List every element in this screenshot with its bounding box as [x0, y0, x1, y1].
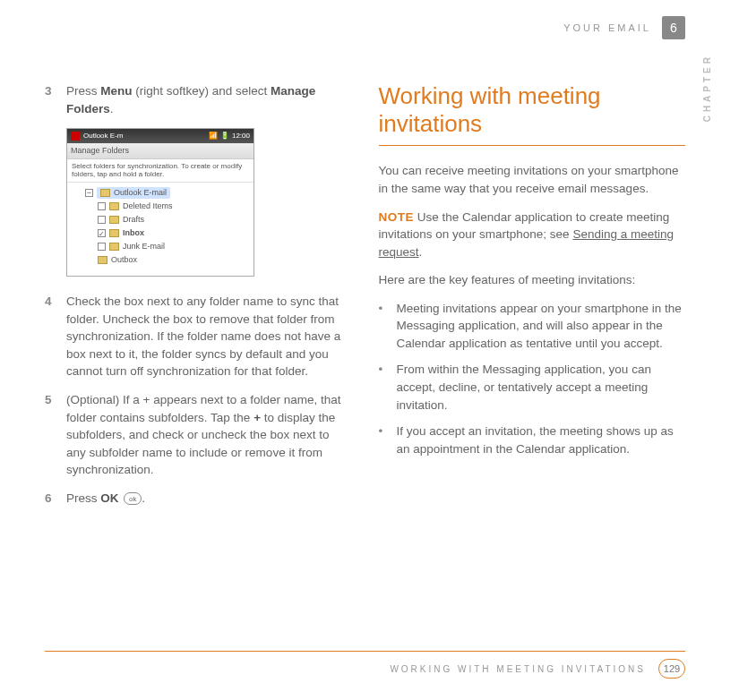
paragraph: Here are the key features of meeting inv…	[379, 271, 686, 289]
list-item-text: If you accept an invitation, the meeting…	[397, 423, 686, 457]
text: .	[110, 102, 114, 115]
text: .	[142, 491, 145, 505]
ss-hint: Select folders for synchronization. To c…	[67, 159, 253, 183]
list-item-text: From within the Messaging application, y…	[397, 361, 686, 414]
step-6: 6 Press OK ok.	[45, 490, 352, 508]
folder-icon	[109, 229, 119, 237]
tree-root: − Outlook E-mail	[73, 186, 248, 200]
text: Press	[66, 84, 100, 98]
step-body: Press OK ok.	[66, 490, 352, 508]
footer-section-title: WORKING WITH MEETING INVITATIONS	[390, 664, 646, 674]
text: .	[419, 245, 423, 259]
checkbox-icon	[98, 216, 106, 224]
status-icons: 📶🔋12:00	[206, 131, 250, 141]
battery-icon: 🔋	[220, 132, 229, 140]
ss-subtitle: Manage Folders	[67, 143, 253, 159]
bold: Menu	[100, 84, 132, 98]
ss-titlebar: Outlook E-m 📶🔋12:00	[67, 129, 253, 143]
tree-item: Inbox	[73, 226, 248, 240]
step-number: 3	[45, 82, 57, 117]
folder-icon	[109, 202, 119, 210]
bold: OK	[100, 491, 118, 505]
chapter-number-badge: 6	[662, 16, 685, 39]
checkbox-checked-icon	[98, 229, 106, 237]
folder-icon	[109, 243, 119, 251]
section-heading: Working with meeting invitations	[379, 82, 686, 138]
signal-icon: 📶	[209, 132, 218, 140]
tree-item: Deleted Items	[73, 200, 248, 213]
tree-item-label: Drafts	[123, 214, 144, 226]
page-number: 129	[658, 659, 685, 679]
windows-flag-icon	[71, 132, 80, 141]
heading-rule	[379, 145, 686, 146]
ss-time: 12:00	[232, 132, 250, 140]
list-item: Meeting invitations appear on your smart…	[379, 300, 686, 353]
content-columns: 3 Press Menu (right softkey) and select …	[45, 82, 685, 517]
embedded-screenshot: Outlook E-m 📶🔋12:00 Manage Folders Selec…	[66, 128, 254, 277]
bullet-list: Meeting invitations appear on your smart…	[379, 300, 686, 458]
footer-rule	[45, 651, 685, 652]
tree-item-label: Junk E-mail	[123, 241, 165, 252]
tree-item-label: Inbox	[123, 227, 144, 239]
tree-item-label: Outbox	[111, 254, 137, 266]
checkbox-icon	[98, 202, 106, 210]
note-paragraph: NOTE Use the Calendar application to cre…	[379, 209, 686, 261]
section-title: YOUR EMAIL	[563, 22, 651, 33]
page: YOUR EMAIL 6 CHAPTER 3 Press Menu (right…	[0, 0, 739, 700]
chapter-label-vertical: CHAPTER	[702, 54, 712, 122]
ss-folder-tree: − Outlook E-mail Deleted Items Drafts In…	[67, 183, 253, 276]
paragraph: You can receive meeting invitations on y…	[379, 162, 686, 197]
step-number: 6	[45, 490, 57, 508]
step-body: Check the box next to any folder name to…	[66, 293, 352, 380]
page-footer: WORKING WITH MEETING INVITATIONS 129	[390, 659, 685, 679]
collapse-icon: −	[85, 189, 93, 197]
list-item: If you accept an invitation, the meeting…	[379, 423, 686, 457]
checkbox-icon	[98, 243, 106, 251]
tree-item: Junk E-mail	[73, 240, 248, 253]
ok-button-icon: ok	[124, 492, 142, 505]
list-item: From within the Messaging application, y…	[379, 361, 686, 414]
step-3: 3 Press Menu (right softkey) and select …	[45, 82, 352, 117]
list-item-text: Meeting invitations appear on your smart…	[397, 300, 686, 353]
ss-title: Outlook E-m	[83, 131, 123, 141]
step-body: Press Menu (right softkey) and select Ma…	[66, 82, 352, 117]
folder-icon	[98, 256, 107, 264]
note-label: NOTE	[379, 210, 415, 224]
step-number: 5	[45, 391, 57, 479]
tree-root-label: Outlook E-mail	[114, 187, 167, 199]
tree-item-label: Deleted Items	[123, 201, 173, 212]
folder-icon	[100, 189, 110, 197]
step-5: 5 (Optional) If a + appears next to a fo…	[45, 391, 352, 479]
tree-item: Drafts	[73, 213, 248, 226]
tree-item: Outbox	[73, 253, 248, 267]
step-4: 4 Check the box next to any folder name …	[45, 293, 352, 380]
bold: +	[253, 411, 261, 424]
left-column: 3 Press Menu (right softkey) and select …	[45, 82, 352, 517]
step-body: (Optional) If a + appears next to a fold…	[66, 391, 352, 479]
text: Press	[66, 491, 100, 505]
folder-icon	[109, 216, 119, 224]
right-column: Working with meeting invitations You can…	[379, 82, 686, 517]
text: (right softkey) and select	[133, 84, 271, 98]
running-header: YOUR EMAIL 6	[563, 16, 685, 39]
step-number: 4	[45, 293, 57, 380]
